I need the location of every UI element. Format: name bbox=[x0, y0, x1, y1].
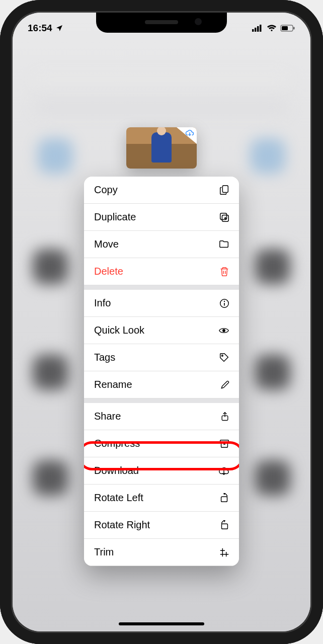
wifi-icon bbox=[267, 25, 277, 32]
menu-item-label: Rotate Left bbox=[94, 492, 143, 504]
menu-divider bbox=[84, 398, 239, 403]
clock: 16:54 bbox=[28, 23, 52, 34]
menu-trim[interactable]: Trim bbox=[84, 539, 239, 566]
share-icon bbox=[220, 411, 230, 423]
menu-item-label: Download bbox=[94, 465, 139, 476]
menu-move[interactable]: Move bbox=[84, 231, 239, 258]
svg-rect-27 bbox=[260, 25, 262, 32]
trash-icon bbox=[219, 266, 230, 277]
menu-item-label: Quick Look bbox=[94, 325, 144, 336]
svg-rect-25 bbox=[255, 28, 257, 32]
menu-duplicate[interactable]: Duplicate bbox=[84, 204, 239, 231]
context-menu: Copy Duplicate Move Delete Info Quic bbox=[84, 177, 239, 566]
rotate-left-icon bbox=[219, 493, 230, 504]
menu-item-label: Tags bbox=[94, 352, 115, 363]
menu-share[interactable]: Share bbox=[84, 403, 239, 430]
menu-rotate-left[interactable]: Rotate Left bbox=[84, 485, 239, 512]
cloud-download-icon bbox=[184, 128, 195, 137]
tag-icon bbox=[219, 352, 230, 363]
menu-download[interactable]: Download bbox=[84, 457, 239, 485]
menu-item-label: Delete bbox=[94, 266, 123, 277]
cellular-icon bbox=[252, 25, 263, 32]
location-arrow-icon bbox=[55, 24, 63, 32]
menu-item-label: Duplicate bbox=[94, 211, 136, 223]
svg-rect-30 bbox=[293, 27, 295, 30]
menu-item-label: Rotate Right bbox=[94, 519, 150, 531]
cloud-download-icon bbox=[218, 465, 230, 476]
menu-item-label: Info bbox=[94, 297, 111, 309]
menu-copy[interactable]: Copy bbox=[84, 177, 239, 204]
home-indicator[interactable] bbox=[119, 622, 204, 625]
menu-item-label: Move bbox=[94, 238, 119, 250]
file-thumbnail[interactable] bbox=[126, 127, 197, 169]
notch bbox=[96, 13, 227, 33]
menu-delete[interactable]: Delete bbox=[84, 258, 239, 285]
menu-item-label: Copy bbox=[94, 184, 118, 196]
svg-rect-24 bbox=[252, 29, 254, 32]
menu-compress[interactable]: Compress bbox=[84, 430, 239, 457]
phone-frame: 16:54 Copy Duplicate bbox=[0, 0, 323, 644]
menu-item-label: Compress bbox=[94, 438, 140, 449]
folder-icon bbox=[219, 239, 230, 250]
menu-quicklook[interactable]: Quick Look bbox=[84, 317, 239, 344]
screen: 16:54 Copy Duplicate bbox=[13, 13, 310, 631]
duplicate-icon bbox=[219, 212, 230, 223]
menu-rotate-right[interactable]: Rotate Right bbox=[84, 512, 239, 539]
eye-icon bbox=[218, 325, 230, 336]
pencil-icon bbox=[220, 380, 230, 390]
menu-item-label: Share bbox=[94, 411, 121, 422]
rotate-right-icon bbox=[219, 520, 230, 531]
menu-rename[interactable]: Rename bbox=[84, 371, 239, 398]
menu-item-label: Rename bbox=[94, 379, 132, 390]
menu-item-label: Trim bbox=[94, 546, 114, 558]
menu-tags[interactable]: Tags bbox=[84, 344, 239, 371]
copy-icon bbox=[219, 185, 230, 196]
svg-rect-26 bbox=[257, 26, 259, 32]
archive-icon bbox=[219, 438, 230, 449]
menu-divider bbox=[84, 285, 239, 290]
menu-info[interactable]: Info bbox=[84, 290, 239, 317]
trim-icon bbox=[219, 547, 230, 558]
info-icon bbox=[219, 298, 230, 309]
svg-rect-29 bbox=[282, 26, 288, 30]
battery-icon bbox=[280, 25, 295, 32]
svg-rect-32 bbox=[222, 185, 228, 192]
